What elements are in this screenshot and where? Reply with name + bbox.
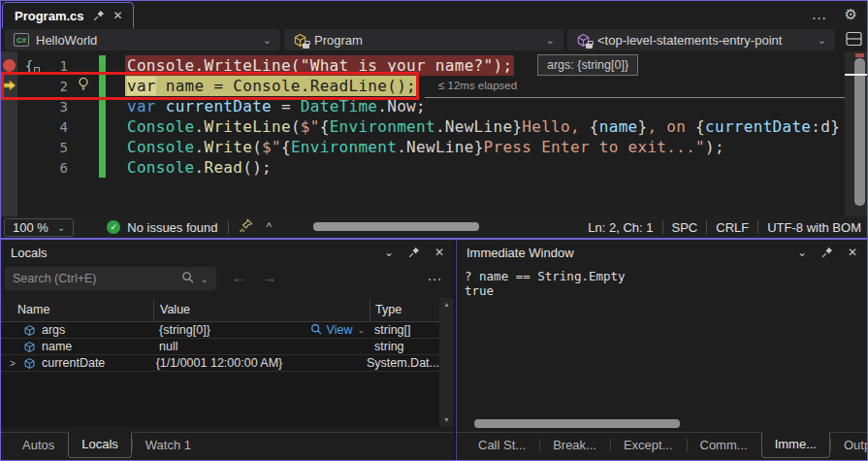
view-label: View: [327, 323, 353, 337]
encoding-indicator[interactable]: UTF-8 with BOM: [767, 220, 861, 235]
locals-search-box[interactable]: ⌄: [5, 267, 216, 290]
locals-table-row[interactable]: >currentDate{1/1/0001 12:00:00 AM}System…: [1, 355, 439, 372]
class-icon: [293, 33, 307, 48]
zoom-dropdown[interactable]: 100 % ⌄: [4, 218, 74, 237]
variable-name: currentDate: [42, 356, 105, 370]
variable-icon: [23, 357, 36, 370]
editor-vertical-scrollbar[interactable]: [845, 51, 867, 216]
cell-type: string: [370, 340, 439, 353]
immediate-tab[interactable]: Imme...: [761, 432, 830, 458]
lock-icon: [303, 44, 309, 49]
code-token: WriteLine: [204, 117, 290, 136]
scroll-down-icon[interactable]: ▼: [443, 416, 450, 423]
immediate-tab[interactable]: Break...: [539, 433, 610, 459]
forward-icon[interactable]: →: [262, 269, 276, 285]
chevron-down-icon: ⌄: [57, 222, 65, 233]
caret-position-mark: [845, 74, 867, 76]
immediate-tab[interactable]: Comm...: [687, 433, 761, 459]
immediate-tab-strip: Call St...Break...Except...Comm...Imme..…: [457, 432, 867, 460]
column-type[interactable]: Type: [370, 298, 439, 321]
code-token: :d: [811, 117, 830, 136]
split-window-icon[interactable]: [846, 31, 862, 50]
line-number: 6: [41, 160, 68, 176]
column-name[interactable]: Name: [1, 298, 153, 321]
code-token: Hello,: [522, 117, 590, 136]
locals-tab[interactable]: Autos: [9, 433, 68, 459]
code-token: .: [195, 158, 205, 177]
close-icon[interactable]: ✕: [848, 246, 857, 259]
locals-tab[interactable]: Locals: [68, 432, 132, 458]
breakpoint-icon[interactable]: [3, 59, 16, 72]
immediate-tab[interactable]: Except...: [610, 433, 687, 459]
expand-icon[interactable]: ^: [267, 220, 273, 234]
chevron-down-icon[interactable]: ⌄: [263, 34, 272, 47]
code-text: Console.Write($"{Environment.NewLine}Pre…: [106, 138, 726, 156]
variable-value: {string[0]}: [159, 323, 210, 337]
issues-indicator[interactable]: ✓ No issues found: [107, 220, 217, 235]
more-options-icon[interactable]: …: [427, 267, 442, 284]
code-cleanup-icon[interactable]: [239, 218, 253, 236]
perftip[interactable]: ≤ 12ms elapsed: [438, 80, 517, 91]
column-value[interactable]: Value: [153, 298, 370, 321]
more-options-icon[interactable]: …: [812, 6, 827, 23]
immediate-tab[interactable]: Call St...: [465, 433, 539, 459]
locals-tab[interactable]: Watch 1: [132, 433, 205, 459]
search-input[interactable]: [5, 272, 181, 285]
variable-name: name: [42, 340, 72, 353]
window-position-icon[interactable]: ⌄: [384, 246, 394, 259]
immediate-tab[interactable]: Output: [830, 433, 868, 459]
line-ending-indicator[interactable]: CRLF: [716, 220, 749, 235]
code-token: Console: [127, 158, 195, 177]
line-column-indicator[interactable]: Ln: 2, Ch: 1: [588, 220, 653, 235]
expander-icon[interactable]: >: [8, 358, 17, 369]
close-icon[interactable]: ✕: [113, 9, 123, 22]
magnifier-icon: [310, 323, 322, 338]
window-position-icon[interactable]: ⌄: [797, 246, 807, 259]
code-token: {: [590, 117, 599, 136]
annotation-highlight-box: [1, 72, 419, 100]
immediate-header[interactable]: Immediate Window ⌄ ✕: [457, 240, 867, 265]
locals-table-row[interactable]: namenullstring: [1, 339, 439, 355]
cell-name: name: [1, 340, 153, 353]
close-icon[interactable]: ✕: [434, 246, 444, 259]
code-token: $": [301, 117, 320, 136]
locals-vertical-scrollbar[interactable]: ▲ ▼: [439, 298, 454, 426]
code-token: ": [695, 138, 705, 156]
code-token: .: [195, 117, 205, 136]
view-control[interactable]: View⌄: [310, 323, 365, 338]
breadcrumb-project[interactable]: C# HelloWorld ⌄: [5, 29, 280, 50]
variable-name: args: [42, 323, 65, 337]
tab-program-cs[interactable]: Program.cs ✕: [2, 2, 134, 28]
vs-window: Program.cs ✕ … ⚙ C# HelloWorld ⌄ Program…: [0, 0, 868, 461]
gear-icon[interactable]: ⚙: [845, 6, 857, 23]
breadcrumb-type[interactable]: Program ⌄: [284, 29, 563, 50]
chevron-down-icon[interactable]: ⌄: [546, 34, 555, 47]
chevron-down-icon[interactable]: ⌄: [818, 34, 826, 47]
gutter-breakpoint-margin[interactable]: [1, 59, 17, 72]
code-token: }: [474, 138, 484, 156]
horizontal-scrollbar-thumb[interactable]: [313, 222, 479, 231]
gutter-icon-area: {: [17, 59, 41, 73]
datatip[interactable]: args: {string[0]}: [537, 54, 638, 76]
cell-name: args: [1, 323, 153, 337]
back-icon[interactable]: ←: [232, 269, 246, 285]
pin-icon[interactable]: [93, 10, 105, 21]
whitespace-indicator[interactable]: SPC: [672, 220, 698, 235]
chevron-down-icon[interactable]: ⌄: [201, 274, 209, 284]
search-icon[interactable]: [181, 270, 194, 287]
pin-icon[interactable]: [408, 247, 420, 258]
code-token: , on: [647, 117, 695, 136]
locals-table-row[interactable]: args{string[0]}View⌄string[]: [1, 322, 439, 339]
immediate-content[interactable]: ? name == String.Emptytrue: [465, 269, 857, 298]
code-token: (: [252, 138, 262, 156]
immediate-horizontal-scrollbar[interactable]: [474, 419, 680, 428]
code-token: {: [695, 117, 705, 136]
scroll-up-icon[interactable]: ▲: [443, 301, 450, 308]
code-editor[interactable]: {1Console.WriteLine("What is your name?"…: [1, 51, 867, 216]
locals-header[interactable]: Locals ⌄ ✕: [1, 240, 454, 265]
breadcrumb-member[interactable]: <top-level-statements-entry-point ⌄: [567, 29, 835, 50]
scrollbar-thumb[interactable]: [854, 58, 865, 206]
locals-table-header[interactable]: Name Value Type: [1, 298, 439, 322]
pin-icon[interactable]: [821, 247, 833, 258]
braces-icon: {: [25, 59, 33, 73]
